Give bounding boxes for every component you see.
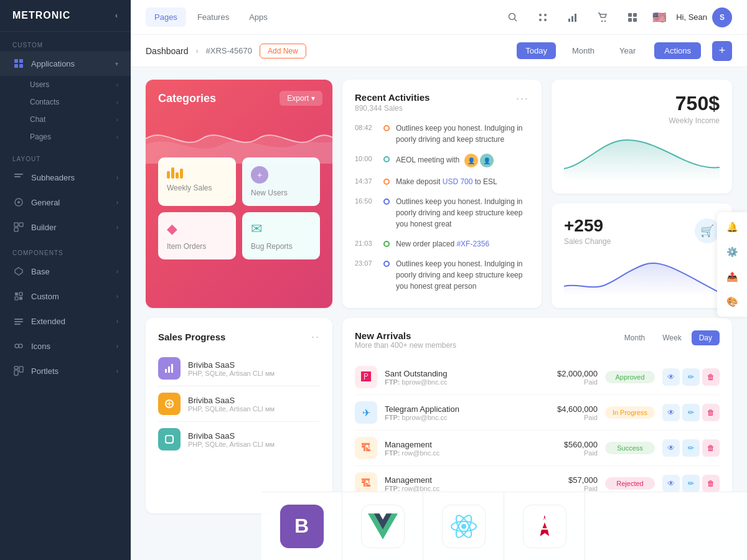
svg-rect-1 — [19, 59, 23, 63]
fw-vue[interactable] — [342, 492, 423, 561]
breadcrumb-ref: #XRS-45670 — [206, 46, 252, 55]
na-edit-btn-1[interactable]: ✏ — [682, 368, 700, 386]
na-delete-btn-3[interactable]: 🗑 — [702, 439, 720, 457]
row-1: Categories Export ▾ — [146, 80, 732, 308]
sidebar-item-applications[interactable]: Applications ▾ — [0, 51, 131, 76]
new-arrivals-card: New Arrivals More than 400+ new members … — [342, 318, 732, 513]
user-menu[interactable]: Hi, Sean S — [676, 7, 732, 27]
sidebar-item-subheaders[interactable]: Subheaders › — [0, 165, 131, 190]
activity-time: 14:37 — [355, 177, 377, 185]
right-icon-send[interactable]: 📤 — [722, 267, 742, 287]
apps-icon[interactable] — [533, 7, 553, 27]
na-view-btn-3[interactable]: 👁 — [662, 439, 680, 457]
na-amount-4: $57,000 Paid — [535, 475, 598, 492]
na-view-btn-2[interactable]: 👁 — [662, 404, 680, 421]
svg-point-34 — [604, 20, 606, 21]
nav-tab-apps[interactable]: Apps — [240, 7, 276, 27]
right-icon-bell[interactable]: 🔔 — [722, 217, 742, 237]
user-plus-icon: + — [251, 166, 268, 184]
na-view-btn-1[interactable]: 👁 — [662, 368, 680, 386]
right-icon-palette[interactable]: 🎨 — [722, 292, 742, 312]
svg-point-28 — [539, 19, 542, 21]
activity-time: 23:07 — [355, 259, 377, 267]
today-button[interactable]: Today — [517, 42, 556, 59]
na-table: 🅿 Sant Outstanding FTP: bprow@bnc.cc $2,… — [355, 360, 720, 501]
chart-icon[interactable] — [563, 7, 583, 27]
sidebar-item-users[interactable]: Users › — [30, 76, 131, 93]
svg-rect-37 — [628, 18, 632, 22]
na-tab-day[interactable]: Day — [692, 330, 720, 345]
activity-time: 08:42 — [355, 124, 377, 131]
angular-icon — [523, 505, 566, 548]
na-tab-week[interactable]: Week — [655, 330, 688, 345]
fw-angular[interactable] — [504, 492, 585, 561]
sidebar-item-contacts[interactable]: Contacts › — [30, 93, 131, 111]
logo: METRONIC ‹ — [0, 0, 131, 32]
actions-button[interactable]: Actions — [654, 42, 701, 59]
content: Categories Export ▾ — [131, 67, 747, 526]
income-label: Weekly Income — [564, 116, 720, 125]
sp-item-3: Briviba SaaS PHP, SQLite, Artisan CLI мм — [158, 422, 320, 457]
na-tab-month[interactable]: Month — [617, 330, 652, 345]
svg-point-46 — [461, 524, 466, 529]
plus-button[interactable]: + — [712, 41, 732, 61]
sidebar-item-builder[interactable]: Builder › — [0, 215, 131, 240]
right-icon-gear[interactable]: ⚙️ — [722, 242, 742, 262]
activities-menu-icon[interactable]: ··· — [516, 92, 529, 105]
sidebar-item-pages[interactable]: Pages › — [30, 128, 131, 146]
fw-react[interactable] — [423, 492, 504, 561]
na-badge-1: Approved — [605, 371, 655, 383]
nav-tab-features[interactable]: Features — [189, 7, 238, 27]
sidebar-item-icons[interactable]: Icons › — [0, 334, 131, 358]
sidebar-toggle-icon[interactable]: ‹ — [115, 11, 118, 20]
sales-change-label: Sales Change — [564, 237, 611, 246]
sp-sub-3: PHP, SQLite, Artisan CLI мм — [188, 441, 320, 448]
na-edit-btn-2[interactable]: ✏ — [682, 404, 700, 421]
sidebar-item-portlets[interactable]: Portlets › — [0, 358, 131, 383]
na-badge-2: In Progress — [605, 406, 655, 419]
na-delete-btn-2[interactable]: 🗑 — [702, 404, 720, 421]
na-edit-btn-4[interactable]: ✏ — [682, 475, 700, 492]
na-edit-btn-3[interactable]: ✏ — [682, 439, 700, 457]
year-button[interactable]: Year — [611, 42, 644, 59]
activity-text: Outlines keep you honest. Indulging in p… — [396, 123, 529, 145]
svg-point-20 — [19, 344, 22, 348]
search-icon[interactable] — [503, 7, 523, 27]
sidebar-item-general[interactable]: General › — [0, 190, 131, 215]
sidebar-item-extended[interactable]: Extended › — [0, 309, 131, 334]
svg-rect-5 — [14, 176, 21, 177]
cart-icon[interactable] — [593, 7, 613, 27]
diamond-icon: ◆ — [167, 221, 227, 237]
flag-icon[interactable]: 🇺🇸 — [652, 11, 666, 24]
na-amount-1: $2,000,000 Paid — [535, 369, 598, 386]
vue-icon — [361, 505, 405, 548]
export-button[interactable]: Export ▾ — [280, 91, 322, 106]
portlets-arrow: › — [116, 368, 118, 375]
activities-subtitle: 890,344 Sales — [355, 104, 430, 113]
add-new-button[interactable]: Add New — [260, 44, 306, 58]
icons-arrow: › — [116, 343, 118, 350]
sidebar-item-chat[interactable]: Chat › — [30, 111, 131, 128]
na-actions-1: 👁 ✏ 🗑 — [662, 368, 720, 386]
na-delete-btn-4[interactable]: 🗑 — [702, 475, 720, 492]
sidebar-item-base[interactable]: Base › — [0, 259, 131, 284]
sidebar-item-custom[interactable]: Custom › — [0, 284, 131, 309]
activity-dot-icon — [383, 241, 390, 247]
month-button[interactable]: Month — [563, 42, 603, 59]
na-delete-btn-1[interactable]: 🗑 — [702, 368, 720, 386]
mini-card-weekly-sales: Weekly Sales — [158, 157, 236, 206]
sales-progress-menu-icon[interactable]: ·· — [311, 330, 320, 343]
na-badge-3: Success — [605, 442, 655, 454]
fw-bootstrap[interactable]: B — [261, 492, 342, 561]
sp-name-2: Briviba SaaS — [188, 396, 320, 405]
nav-tab-pages[interactable]: Pages — [146, 7, 186, 27]
na-view-btn-4[interactable]: 👁 — [662, 475, 680, 492]
svg-rect-17 — [14, 321, 23, 322]
grid-icon[interactable] — [622, 7, 642, 27]
mail-icon: ✉ — [251, 221, 311, 237]
na-amount-2: $4,600,000 Paid — [535, 404, 598, 421]
na-app-icon-1: 🅿 — [355, 366, 377, 388]
user-greeting: Hi, Sean — [676, 12, 707, 22]
sp-sub-1: PHP, SQLite, Artisan CLI мм — [188, 370, 320, 377]
sp-avatar-1 — [158, 357, 181, 380]
